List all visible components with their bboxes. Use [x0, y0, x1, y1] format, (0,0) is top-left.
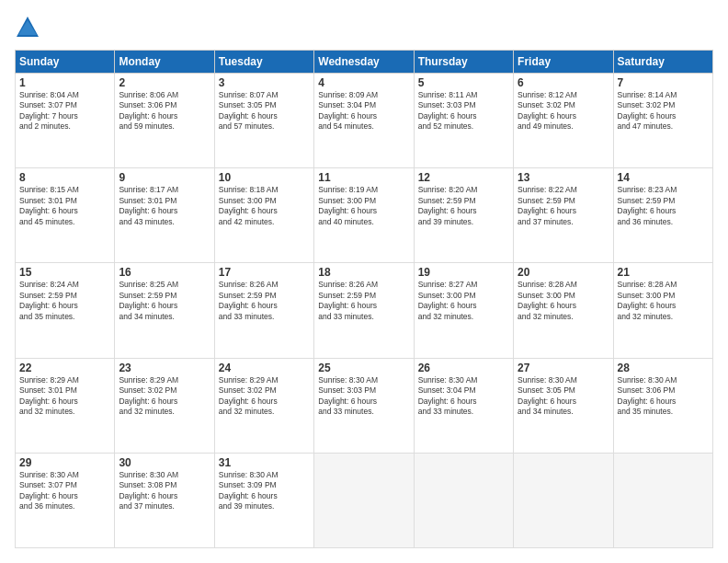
day-number: 26	[418, 362, 509, 374]
calendar-cell: 11 Sunrise: 8:19 AMSunset: 3:00 PMDaylig…	[314, 168, 414, 263]
calendar-cell: 29 Sunrise: 8:30 AMSunset: 3:07 PMDaylig…	[16, 453, 115, 547]
day-info: Sunrise: 8:26 AMSunset: 2:59 PMDaylight:…	[219, 280, 310, 322]
calendar-cell	[314, 453, 414, 547]
calendar-cell: 17 Sunrise: 8:26 AMSunset: 2:59 PMDaylig…	[214, 263, 313, 358]
calendar-cell: 13 Sunrise: 8:22 AMSunset: 2:59 PMDaylig…	[514, 168, 613, 263]
day-info: Sunrise: 8:29 AMSunset: 3:01 PMDaylight:…	[19, 375, 110, 418]
day-info: Sunrise: 8:12 AMSunset: 3:02 PMDaylight:…	[518, 90, 609, 132]
day-info: Sunrise: 8:26 AMSunset: 2:59 PMDaylight:…	[318, 280, 409, 322]
calendar-cell: 8 Sunrise: 8:15 AMSunset: 3:01 PMDayligh…	[16, 168, 115, 263]
col-header-tuesday: Tuesday	[214, 51, 313, 74]
day-info: Sunrise: 8:14 AMSunset: 3:02 PMDaylight:…	[618, 90, 709, 132]
day-info: Sunrise: 8:20 AMSunset: 2:59 PMDaylight:…	[418, 185, 509, 227]
day-info: Sunrise: 8:19 AMSunset: 3:00 PMDaylight:…	[318, 185, 409, 227]
day-number: 21	[618, 266, 709, 279]
day-info: Sunrise: 8:29 AMSunset: 3:02 PMDaylight:…	[219, 375, 310, 418]
col-header-sunday: Sunday	[16, 51, 115, 74]
day-info: Sunrise: 8:28 AMSunset: 3:00 PMDaylight:…	[618, 280, 709, 322]
calendar-cell: 30 Sunrise: 8:30 AMSunset: 3:08 PMDaylig…	[115, 453, 214, 547]
day-number: 23	[119, 362, 210, 374]
day-number: 5	[418, 76, 509, 89]
calendar-cell: 3 Sunrise: 8:07 AMSunset: 3:05 PMDayligh…	[214, 74, 313, 168]
calendar-cell: 18 Sunrise: 8:26 AMSunset: 2:59 PMDaylig…	[314, 263, 414, 358]
calendar-cell	[613, 453, 712, 547]
page: SundayMondayTuesdayWednesdayThursdayFrid…	[0, 0, 728, 563]
day-number: 15	[19, 266, 110, 279]
calendar-cell: 24 Sunrise: 8:29 AMSunset: 3:02 PMDaylig…	[214, 358, 313, 453]
calendar-header-row: SundayMondayTuesdayWednesdayThursdayFrid…	[16, 51, 713, 74]
calendar-cell: 16 Sunrise: 8:25 AMSunset: 2:59 PMDaylig…	[115, 263, 214, 358]
calendar-cell: 23 Sunrise: 8:29 AMSunset: 3:02 PMDaylig…	[115, 358, 214, 453]
calendar-cell: 10 Sunrise: 8:18 AMSunset: 3:00 PMDaylig…	[214, 168, 313, 263]
calendar-cell: 7 Sunrise: 8:14 AMSunset: 3:02 PMDayligh…	[613, 74, 712, 168]
day-number: 22	[19, 362, 110, 374]
day-number: 19	[418, 266, 509, 279]
header	[15, 15, 713, 40]
calendar-cell: 20 Sunrise: 8:28 AMSunset: 3:00 PMDaylig…	[514, 263, 613, 358]
day-info: Sunrise: 8:25 AMSunset: 2:59 PMDaylight:…	[119, 280, 210, 322]
day-info: Sunrise: 8:06 AMSunset: 3:06 PMDaylight:…	[119, 90, 210, 132]
day-info: Sunrise: 8:30 AMSunset: 3:04 PMDaylight:…	[418, 375, 509, 418]
day-info: Sunrise: 8:30 AMSunset: 3:05 PMDaylight:…	[518, 375, 609, 418]
day-number: 14	[618, 171, 709, 184]
day-info: Sunrise: 8:24 AMSunset: 2:59 PMDaylight:…	[19, 280, 110, 322]
day-number: 8	[19, 171, 110, 184]
day-info: Sunrise: 8:04 AMSunset: 3:07 PMDaylight:…	[19, 90, 110, 132]
calendar-cell: 6 Sunrise: 8:12 AMSunset: 3:02 PMDayligh…	[514, 74, 613, 168]
calendar-cell: 5 Sunrise: 8:11 AMSunset: 3:03 PMDayligh…	[414, 74, 513, 168]
day-number: 11	[318, 171, 409, 184]
day-number: 27	[518, 362, 609, 374]
calendar-cell: 21 Sunrise: 8:28 AMSunset: 3:00 PMDaylig…	[613, 263, 712, 358]
col-header-saturday: Saturday	[613, 51, 712, 74]
day-info: Sunrise: 8:09 AMSunset: 3:04 PMDaylight:…	[318, 90, 409, 132]
calendar-cell: 27 Sunrise: 8:30 AMSunset: 3:05 PMDaylig…	[514, 358, 613, 453]
day-number: 20	[518, 266, 609, 279]
calendar-cell: 22 Sunrise: 8:29 AMSunset: 3:01 PMDaylig…	[16, 358, 115, 453]
day-number: 29	[19, 456, 110, 469]
calendar-week-row: 15 Sunrise: 8:24 AMSunset: 2:59 PMDaylig…	[16, 263, 713, 358]
day-number: 4	[318, 76, 409, 89]
day-info: Sunrise: 8:18 AMSunset: 3:00 PMDaylight:…	[219, 185, 310, 227]
day-number: 17	[219, 266, 310, 279]
day-number: 2	[119, 76, 210, 89]
day-info: Sunrise: 8:22 AMSunset: 2:59 PMDaylight:…	[518, 185, 609, 227]
calendar-cell	[514, 453, 613, 547]
day-number: 24	[219, 362, 310, 374]
day-info: Sunrise: 8:17 AMSunset: 3:01 PMDaylight:…	[119, 185, 210, 227]
calendar-cell: 26 Sunrise: 8:30 AMSunset: 3:04 PMDaylig…	[414, 358, 513, 453]
day-info: Sunrise: 8:30 AMSunset: 3:09 PMDaylight:…	[219, 470, 310, 512]
day-number: 6	[518, 76, 609, 89]
day-number: 16	[119, 266, 210, 279]
day-number: 30	[119, 456, 210, 469]
calendar-cell: 4 Sunrise: 8:09 AMSunset: 3:04 PMDayligh…	[314, 74, 414, 168]
day-number: 7	[618, 76, 709, 89]
calendar-cell	[414, 453, 513, 547]
day-number: 25	[318, 362, 409, 374]
calendar-week-row: 8 Sunrise: 8:15 AMSunset: 3:01 PMDayligh…	[16, 168, 713, 263]
day-info: Sunrise: 8:23 AMSunset: 2:59 PMDaylight:…	[618, 185, 709, 227]
calendar-week-row: 1 Sunrise: 8:04 AMSunset: 3:07 PMDayligh…	[16, 74, 713, 168]
day-info: Sunrise: 8:28 AMSunset: 3:00 PMDaylight:…	[518, 280, 609, 322]
col-header-friday: Friday	[514, 51, 613, 74]
calendar-cell: 2 Sunrise: 8:06 AMSunset: 3:06 PMDayligh…	[115, 74, 214, 168]
logo-icon	[15, 15, 40, 40]
calendar-cell: 28 Sunrise: 8:30 AMSunset: 3:06 PMDaylig…	[613, 358, 712, 453]
day-number: 28	[618, 362, 709, 374]
day-number: 1	[19, 76, 110, 89]
calendar-cell: 14 Sunrise: 8:23 AMSunset: 2:59 PMDaylig…	[613, 168, 712, 263]
calendar-table: SundayMondayTuesdayWednesdayThursdayFrid…	[15, 50, 713, 548]
day-number: 31	[219, 456, 310, 469]
calendar-cell: 31 Sunrise: 8:30 AMSunset: 3:09 PMDaylig…	[214, 453, 313, 547]
calendar-cell: 25 Sunrise: 8:30 AMSunset: 3:03 PMDaylig…	[314, 358, 414, 453]
calendar-cell: 19 Sunrise: 8:27 AMSunset: 3:00 PMDaylig…	[414, 263, 513, 358]
svg-marker-1	[18, 20, 37, 35]
day-number: 3	[219, 76, 310, 89]
col-header-thursday: Thursday	[414, 51, 513, 74]
calendar-cell: 15 Sunrise: 8:24 AMSunset: 2:59 PMDaylig…	[16, 263, 115, 358]
day-info: Sunrise: 8:30 AMSunset: 3:08 PMDaylight:…	[119, 470, 210, 512]
calendar-week-row: 29 Sunrise: 8:30 AMSunset: 3:07 PMDaylig…	[16, 453, 713, 547]
day-number: 10	[219, 171, 310, 184]
calendar-cell: 12 Sunrise: 8:20 AMSunset: 2:59 PMDaylig…	[414, 168, 513, 263]
day-info: Sunrise: 8:30 AMSunset: 3:03 PMDaylight:…	[318, 375, 409, 418]
day-info: Sunrise: 8:30 AMSunset: 3:07 PMDaylight:…	[19, 470, 110, 512]
